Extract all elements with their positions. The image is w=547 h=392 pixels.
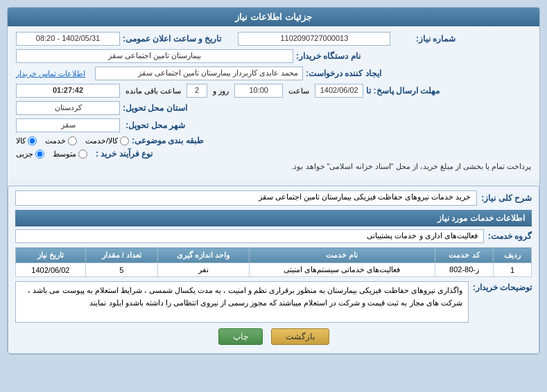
- radio-kalaKhedmat-input[interactable]: [120, 136, 129, 145]
- radio-khedmat[interactable]: خدمت: [45, 136, 77, 145]
- radio-jozii[interactable]: جزیی: [16, 150, 44, 159]
- tabaqeh-label: طبقه بندی موضوعی:: [132, 136, 204, 145]
- shahr-label: شهر محل تحویل:: [123, 121, 185, 130]
- goroh-label: گروه خدمت:: [488, 231, 532, 241]
- radio-kalaKhedmat-label: کالا/خدمت: [85, 136, 118, 145]
- namDastgah-value: بیمارستان تامین اجتماعی سقز: [16, 49, 293, 63]
- cell-unit: نفر: [157, 263, 249, 277]
- baqi-value: 01:27:42: [16, 84, 120, 98]
- page-title: جزئیات اطلاعات نیاز: [8, 8, 539, 26]
- sareh-label: شرح کلی نیاز:: [481, 193, 532, 203]
- ostan-value: کردستان: [16, 101, 120, 115]
- ijadKonandeh-value: محمد عابدی کاربردار بیمارستان تامین اجتم…: [95, 66, 303, 80]
- radio-kalaKhedmat[interactable]: کالا/خدمت: [85, 136, 129, 145]
- goroh-value: فعالیت‌های اداری و خدمات پشتیبانی: [15, 229, 484, 243]
- radio-motavasset-label: متوسط: [53, 150, 76, 159]
- pay-text: پرداخت تمام یا بخشی از مبلغ خرید، از محل…: [291, 162, 531, 171]
- serviceinfo-header: اطلاعات خدمات مورد نیاز: [15, 210, 532, 226]
- print-button[interactable]: چاپ: [218, 328, 263, 345]
- col-unit: واحد اندازه گیری: [157, 248, 249, 263]
- radio-kala[interactable]: کالا: [16, 136, 37, 145]
- radio-khedmat-input[interactable]: [68, 136, 77, 145]
- cell-count: 5: [85, 263, 157, 277]
- cell-radif: 1: [494, 263, 532, 277]
- cell-date: 1402/06/02: [16, 263, 86, 277]
- etelaatTamas-link[interactable]: اطلاعات تماس خریدار: [16, 69, 85, 78]
- namDastgah-label: نام دستگاه خریدار:: [296, 51, 361, 61]
- baqi-label: ساعت باقی مانده: [123, 87, 184, 96]
- col-radif: ردیف: [494, 248, 532, 263]
- rooz-label: روز و: [210, 87, 232, 96]
- shomareNiaz-value: 1102090727000013: [238, 32, 390, 46]
- notes-value: واگذاری نیروهای حفاظت فیزیکی بیمارستان ب…: [15, 281, 469, 323]
- cell-name: فعالیت‌های خدماتی سیستم‌های امنیتی: [249, 263, 435, 277]
- col-code: کد خدمت: [435, 248, 493, 263]
- radio-kala-input[interactable]: [28, 136, 37, 145]
- radio-motavasset-input[interactable]: [78, 150, 87, 159]
- service-table: ردیف کد خدمت نام خدمت واحد اندازه گیری ت…: [15, 247, 532, 277]
- saat-label: ساعت: [286, 87, 312, 96]
- notes-label: توضیحات خریدار:: [473, 281, 532, 292]
- shahr-value: سقز: [16, 118, 120, 132]
- noefarayand-label: نوع فرآیند خرید :: [90, 149, 153, 159]
- rooz-value: 2: [186, 84, 207, 98]
- tabaqeh-radiogroup: کالا/خدمت خدمت کالا: [16, 136, 129, 145]
- radio-jozii-label: جزیی: [16, 150, 33, 159]
- radio-jozii-input[interactable]: [35, 150, 44, 159]
- noefarayand-radiogroup: متوسط جزیی: [16, 150, 87, 159]
- col-name: نام خدمت: [249, 248, 435, 263]
- ijadKonandeh-label: ایجاد کننده درخواست:: [306, 69, 381, 78]
- tarikh-label: تاریخ و ساعت اعلان عمومی:: [123, 34, 221, 44]
- col-date: تاریخ نیاز: [16, 248, 86, 263]
- cell-code: ز-80-802: [435, 263, 493, 277]
- mohlat-label: مهلت ارسال پاسخ: تا: [366, 86, 440, 96]
- col-count: تعداد / مقدار: [85, 248, 157, 263]
- radio-khedmat-label: خدمت: [45, 136, 66, 145]
- ostan-label: استان محل تحویل:: [123, 103, 187, 113]
- table-row: 1 ز-80-802 فعالیت‌های خدماتی سیستم‌های ا…: [16, 263, 532, 277]
- shomareNiaz-label: شماره نیاز:: [393, 34, 455, 44]
- mohlat-date: 1402/06/02: [315, 84, 363, 98]
- back-button[interactable]: بازگشت: [271, 328, 329, 345]
- radio-kala-label: کالا: [16, 136, 26, 145]
- tarikh-value: 1402/05/31 - 08:20: [16, 32, 120, 46]
- saat-value: 10:00: [234, 84, 283, 98]
- sareh-value: خرید خدمات نیروهای حفاظت فیزیکی بیمارستا…: [15, 190, 477, 206]
- radio-motavasset[interactable]: متوسط: [53, 150, 87, 159]
